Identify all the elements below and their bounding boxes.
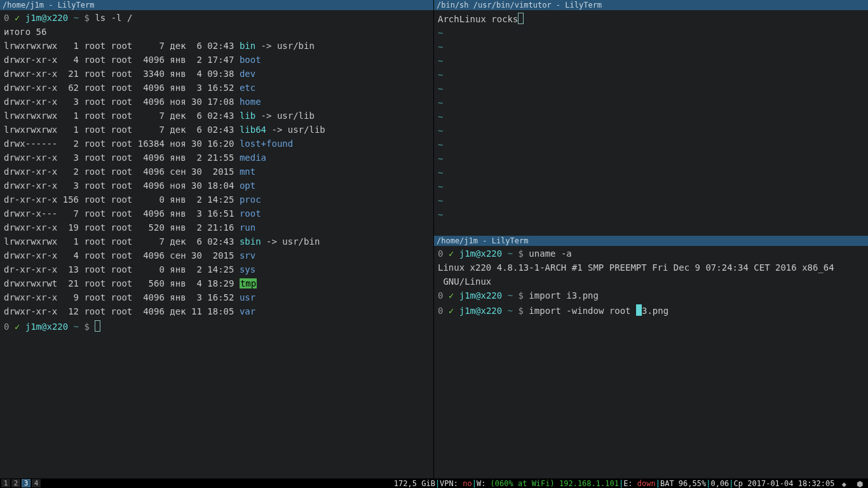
ls-row: drwxr-xr-x 21 root root 3340 янв 4 09:38…: [4, 69, 255, 79]
terminal-left-body[interactable]: 0 ✓ j1m@x220 ~ $ ls -l / итого 56 lrwxrw…: [0, 10, 433, 478]
status-bar: 1234 172,5 GiB|VPN: no|W: (060% at WiFi)…: [0, 478, 868, 488]
ls-row: lrwxrwxrwx 1 root root 7 дек 6 02:43 sbi…: [4, 236, 320, 247]
ls-row: lrwxrwxrwx 1 root root 7 дек 6 02:43 lib…: [4, 111, 315, 121]
ls-row: dr-xr-xr-x 156 root root 0 янв 2 14:25 p…: [4, 194, 261, 205]
status-wifi-value: (060% at WiFi) 192.168.1.101: [485, 479, 619, 488]
workspace-button[interactable]: 4: [32, 479, 41, 487]
terminal-bottom-right[interactable]: /home/j1m - LilyTerm 0 ✓ j1m@x220 ~ $ un…: [434, 236, 868, 478]
ls-row: drwxr-xr-x 3 root root 4096 янв 2 21:55 …: [4, 152, 266, 163]
terminal-top-right-body[interactable]: ArchLinux rocks ~ ~ ~ ~ ~ ~ ~ ~ ~ ~ ~ ~ …: [434, 10, 868, 236]
tray-icon[interactable]: ◆: [842, 480, 850, 487]
workspace-button[interactable]: 1: [1, 479, 10, 487]
ls-row: drwxr-xr-x 12 root root 4096 дек 11 18:0…: [4, 306, 255, 316]
status-eth-value: down: [633, 479, 656, 488]
cursor-icon: [95, 320, 100, 332]
ls-row: drwxr-xr-x 19 root root 520 янв 2 21:16 …: [4, 222, 255, 233]
titlebar-top-right: /bin/sh /usr/bin/vimtutor - LilyTerm: [434, 0, 868, 10]
tray-icon[interactable]: ⬢: [857, 480, 864, 487]
status-vpn-value: no: [458, 479, 472, 488]
ls-row: dr-xr-xr-x 13 root root 0 янв 2 14:25 sy…: [4, 264, 255, 274]
workspace-switcher[interactable]: 1234: [0, 479, 42, 487]
ls-row: drwxr-x--- 7 root root 4096 янв 3 16:51 …: [4, 208, 261, 219]
workspace-button[interactable]: 2: [11, 479, 20, 487]
ls-row: drwxr-xr-x 2 root root 4096 сен 30 2015 …: [4, 166, 255, 177]
terminal-top-right[interactable]: /bin/sh /usr/bin/vimtutor - LilyTerm Arc…: [434, 0, 868, 236]
cursor-icon: [636, 304, 642, 316]
ls-row: drwx------ 2 root root 16384 ноя 30 16:2…: [4, 139, 293, 149]
status-battery: BAT 96,55%: [660, 479, 706, 488]
ls-row: drwxr-xr-x 3 root root 4096 ноя 30 17:08…: [4, 97, 261, 107]
ls-row: drwxr-xr-x 4 root root 4096 янв 2 17:47 …: [4, 55, 261, 65]
status-right: 172,5 GiB|VPN: no|W: (060% at WiFi) 192.…: [394, 479, 868, 488]
workspace-button[interactable]: 3: [22, 479, 31, 487]
ls-row: lrwxrwxrwx 1 root root 7 дек 6 02:43 lib…: [4, 125, 325, 135]
status-vpn-label: VPN:: [440, 479, 458, 488]
titlebar-left: /home/j1m - LilyTerm: [0, 0, 433, 10]
status-datetime: Ср 2017-01-04 18:32:05: [734, 479, 835, 488]
status-wifi-label: W:: [477, 479, 485, 488]
ls-row: drwxr-xr-x 9 root root 4096 янв 3 16:52 …: [4, 292, 255, 302]
status-load: 0,06: [710, 479, 729, 488]
status-eth-label: E:: [623, 479, 632, 488]
terminal-left[interactable]: /home/j1m - LilyTerm 0 ✓ j1m@x220 ~ $ ls…: [0, 0, 434, 478]
titlebar-bottom-right: /home/j1m - LilyTerm: [434, 236, 868, 246]
ls-row: drwxr-xr-x 62 root root 4096 янв 3 16:52…: [4, 83, 255, 93]
terminal-bottom-right-body[interactable]: 0 ✓ j1m@x220 ~ $ uname -a Linux x220 4.8…: [434, 246, 868, 478]
ls-row: lrwxrwxrwx 1 root root 7 дек 6 02:43 bin…: [4, 41, 315, 51]
cursor-icon: [518, 13, 524, 24]
status-disk: 172,5 GiB: [394, 479, 435, 488]
ls-row: drwxrwxrwt 21 root root 560 янв 4 18:29 …: [4, 278, 257, 288]
ls-row: drwxr-xr-x 3 root root 4096 ноя 30 18:04…: [4, 180, 255, 191]
ls-row: drwxr-xr-x 4 root root 4096 сен 30 2015 …: [4, 250, 255, 261]
